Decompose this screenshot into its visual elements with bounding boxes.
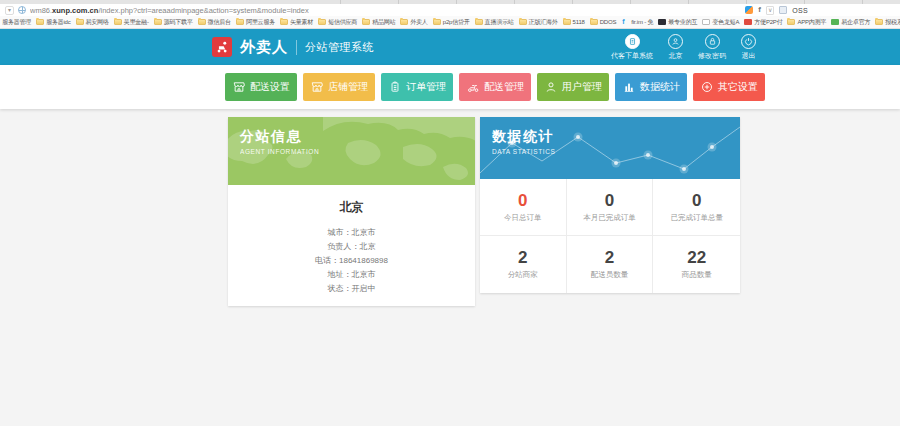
downloader-extension-icon[interactable] (745, 6, 753, 14)
data-statistics-card: 数据统计 DATA STATISTICS 0 今日总订单 0 本月已完成订单 0… (480, 117, 740, 293)
bookmark-icon (318, 19, 326, 25)
bookmark-item[interactable]: 易安网络 (76, 18, 109, 27)
bookmark-label: 变色龙短A (712, 18, 739, 27)
header-menu: 代客下单系统 北京 修改密码 (611, 34, 756, 61)
address-bar: ▾ wm86.xunp.com.cn/index.php?ctrl=areaad… (0, 4, 900, 16)
nav-other-settings-button[interactable]: 其它设置 (693, 73, 765, 101)
bookmark-item[interactable]: 易企卓官方 (831, 18, 870, 27)
bookmark-item[interactable]: 5118 (563, 19, 585, 25)
bookmark-item[interactable]: 服务器idc (36, 18, 70, 27)
menu-item-logout[interactable]: 退出 (741, 34, 756, 61)
agent-info-rows: 城市：北京市 负责人：北京 电话：18641869898 地址：北京市 状态：开… (238, 227, 465, 294)
bookmark-item[interactable]: 微信后台 (198, 18, 231, 27)
stats-card-title: 数据统计 (492, 128, 555, 146)
nav-button-label: 其它设置 (718, 80, 758, 94)
bookmark-item[interactable]: 最专业的互 (658, 18, 697, 27)
menu-item-account[interactable]: 北京 (668, 34, 683, 61)
bookmark-label: 微信后台 (208, 18, 231, 27)
bookmark-label: 源码下载平 (164, 18, 193, 27)
bookmark-item[interactable]: 精品网站 (362, 18, 395, 27)
nav-button-label: 店铺管理 (328, 80, 368, 94)
bookmark-item[interactable]: 方便P2P付 (744, 18, 782, 27)
bookmark-icon (831, 19, 839, 25)
bookmark-icon (475, 19, 483, 25)
bookmark-label: 直播演示站 (485, 18, 514, 27)
stat-cell: 0 今日总订单 (480, 179, 567, 236)
agent-info-value: 北京市 (352, 270, 376, 279)
bookmark-label: 5118 (573, 19, 585, 25)
agent-card-title-block: 分站信息 AGENT INFORMATION (240, 128, 319, 155)
menu-item-label: 代客下单系统 (611, 51, 653, 61)
bookmark-item[interactable]: 短信供应商 (318, 18, 357, 27)
nav-button-label: 订单管理 (406, 80, 446, 94)
fir-extension-icon[interactable]: f (758, 6, 761, 14)
nav-delivery-management-button[interactable]: 配送管理 (459, 73, 531, 101)
agent-info-row: 城市：北京市 (238, 227, 465, 238)
menu-item-change-password[interactable]: 修改密码 (698, 34, 726, 61)
stats-card-subtitle: DATA STATISTICS (492, 148, 555, 155)
agent-card-subtitle: AGENT INFORMATION (240, 148, 319, 155)
stat-label: 配送员数量 (591, 270, 629, 280)
bookmark-item[interactable]: 直播演示站 (475, 18, 514, 27)
bookmark-label: p2p信贷开 (443, 18, 470, 27)
bookmark-item[interactable]: 报税系统 (875, 18, 900, 27)
agent-info-value: 18641869898 (339, 256, 388, 265)
url-path: /index.php?ctrl=areaadminpage&action=sys… (98, 6, 308, 15)
bookmark-label: 易企卓官方 (841, 18, 870, 27)
agent-info-label: 状态： (328, 284, 352, 293)
url-text[interactable]: wm86.xunp.com.cn/index.php?ctrl=areaadmi… (30, 6, 309, 15)
nav-buttons: 配送设置 店铺管理 订单管理 (225, 73, 765, 101)
bookmark-icon (236, 19, 244, 25)
bookmark-item[interactable]: 外卖人 (400, 18, 427, 27)
bookmark-label: 方便P2P付 (754, 18, 782, 27)
stat-cell: 2 配送员数量 (567, 236, 654, 293)
bookmark-item[interactable]: 矢量素材 (280, 18, 313, 27)
nav-shop-management-button[interactable]: 店铺管理 (303, 73, 375, 101)
stats-grid: 0 今日总订单 0 本月已完成订单 0 已完成订单总量 2 分站商家 2 配送员… (480, 179, 740, 293)
stat-cell: 0 已完成订单总量 (653, 179, 740, 236)
bookmark-item[interactable]: 阿里云服务 (236, 18, 275, 27)
bookmark-item[interactable]: 变色龙短A (702, 18, 739, 27)
order-doc-icon (625, 34, 640, 49)
bookmark-item[interactable]: 服务器管理 (2, 18, 31, 27)
address-dropdown[interactable]: ▾ (5, 6, 14, 15)
bookmark-icon (433, 19, 441, 25)
bookmark-item[interactable]: p2p信贷开 (433, 18, 470, 27)
bookmark-label: 矢量素材 (290, 18, 313, 27)
extension-dropdown-icon[interactable]: ∨ (766, 6, 774, 15)
bookmark-icon (36, 19, 44, 25)
bookmark-label: APP内测平 (797, 18, 826, 27)
bookmark-item[interactable]: 源码下载平 (154, 18, 193, 27)
logo-text: 外卖人 (240, 38, 288, 57)
stat-label: 今日总订单 (504, 213, 542, 223)
stat-value: 2 (518, 249, 527, 266)
nav-delivery-settings-button[interactable]: 配送设置 (225, 73, 297, 101)
bookmark-item[interactable]: DDOS (590, 19, 617, 25)
bookmark-item[interactable]: 吴里金融- (114, 18, 149, 27)
menu-item-proxy-order[interactable]: 代客下单系统 (611, 34, 653, 61)
agent-info-label: 电话： (315, 256, 339, 265)
oss-extension-label[interactable]: OSS (792, 7, 808, 14)
nav-order-management-button[interactable]: 订单管理 (381, 73, 453, 101)
page-content: 分站信息 AGENT INFORMATION 北京 城市：北京市 负责人：北京 … (0, 109, 900, 426)
user-icon (668, 34, 683, 49)
bookmark-label: 精品网站 (372, 18, 395, 27)
bookmark-icon (744, 19, 752, 25)
nav-button-label: 配送管理 (484, 80, 524, 94)
logo-divider (296, 40, 297, 55)
bar-chart-icon (622, 80, 636, 94)
bookmark-label: fir.im - 免 (631, 18, 653, 27)
nav-user-management-button[interactable]: 用户管理 (537, 73, 609, 101)
nav-data-statistics-button[interactable]: 数据统计 (615, 73, 687, 101)
url-domain: xunp.com.cn (52, 6, 98, 15)
screenshot-extension-icon[interactable] (779, 6, 787, 14)
waimairen-logo-icon (212, 37, 232, 57)
agent-info-label: 负责人： (328, 242, 360, 251)
bookmark-item[interactable]: 正版汇海外 (519, 18, 558, 27)
bookmark-item[interactable]: fir.im - 免 (621, 18, 653, 27)
main-nav: 配送设置 店铺管理 订单管理 (0, 65, 900, 109)
stat-label: 本月已完成订单 (583, 213, 636, 223)
stat-value: 0 (692, 192, 701, 209)
bookmark-label: 正版汇海外 (529, 18, 558, 27)
bookmark-item[interactable]: APP内测平 (787, 18, 826, 27)
